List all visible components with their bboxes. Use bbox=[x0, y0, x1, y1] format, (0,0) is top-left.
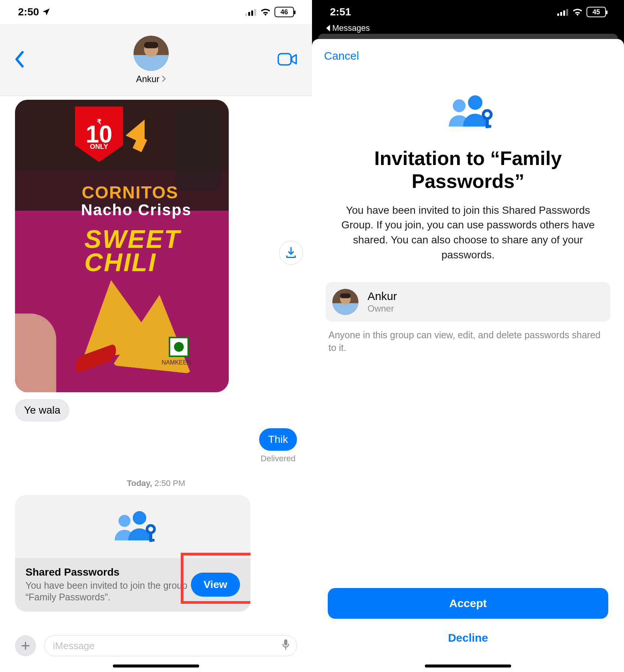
outgoing-message[interactable]: Thik bbox=[259, 428, 297, 451]
svg-point-21 bbox=[453, 99, 465, 112]
svg-point-12 bbox=[147, 525, 154, 533]
invitation-sheet: Cancel Invitation to “Family Passwords” … bbox=[312, 39, 624, 672]
message-placeholder: iMessage bbox=[53, 640, 94, 652]
decline-button[interactable]: Decline bbox=[328, 623, 608, 652]
product-photo: ₹ 10 ONLY CORNITOS Nacho Crisps SWEET CH… bbox=[15, 100, 229, 392]
accept-button[interactable]: Accept bbox=[328, 588, 608, 619]
contact-avatar bbox=[134, 36, 169, 71]
status-time: 2:51 bbox=[330, 6, 351, 18]
messages-screen: 2:50 46 Ankur bbox=[0, 0, 312, 672]
svg-rect-9 bbox=[278, 54, 291, 65]
compose-bar: iMessage bbox=[0, 629, 312, 659]
facetime-button[interactable] bbox=[278, 52, 298, 68]
back-to-app[interactable]: Messages bbox=[312, 22, 624, 34]
wifi-icon bbox=[572, 8, 583, 16]
svg-rect-0 bbox=[245, 14, 247, 16]
owner-card[interactable]: Ankur Owner bbox=[326, 282, 610, 322]
annotation-highlight bbox=[181, 553, 250, 604]
timestamp: Today, 2:50 PM bbox=[127, 478, 185, 488]
messages-list[interactable]: ₹ 10 ONLY CORNITOS Nacho Crisps SWEET CH… bbox=[0, 96, 312, 629]
svg-point-10 bbox=[118, 515, 130, 527]
svg-rect-30 bbox=[340, 293, 351, 298]
cancel-button[interactable]: Cancel bbox=[324, 50, 359, 62]
save-image-button[interactable] bbox=[279, 241, 303, 265]
svg-rect-6 bbox=[134, 55, 169, 70]
message-input[interactable]: iMessage bbox=[44, 635, 297, 656]
attach-button[interactable] bbox=[15, 635, 36, 656]
svg-rect-19 bbox=[563, 10, 565, 16]
invite-description: You have been invited to join the group … bbox=[26, 580, 191, 603]
shared-passwords-card[interactable]: Shared Passwords You have been invited t… bbox=[15, 495, 250, 612]
contact-info[interactable]: Ankur bbox=[134, 36, 169, 84]
svg-rect-28 bbox=[332, 303, 358, 315]
invitation-screen: 2:51 45 Messages Cancel bbox=[312, 0, 624, 672]
home-indicator[interactable] bbox=[425, 664, 511, 668]
invitation-description: You have been invited to join this Share… bbox=[326, 203, 610, 262]
delivered-status: Delivered bbox=[261, 454, 296, 464]
status-bar: 2:51 45 bbox=[312, 0, 624, 24]
home-indicator[interactable] bbox=[113, 664, 199, 668]
invite-title: Shared Passwords bbox=[26, 566, 191, 578]
svg-rect-20 bbox=[566, 9, 568, 16]
group-permissions-note: Anyone in this group can view, edit, and… bbox=[328, 328, 608, 354]
svg-rect-1 bbox=[248, 12, 250, 16]
svg-point-22 bbox=[468, 95, 482, 110]
status-time: 2:50 bbox=[18, 6, 39, 18]
sheet-background-peek bbox=[318, 34, 618, 39]
svg-point-11 bbox=[133, 511, 146, 525]
invitation-title: Invitation to “Family Passwords” bbox=[326, 147, 610, 193]
photo-message[interactable]: ₹ 10 ONLY CORNITOS Nacho Crisps SWEET CH… bbox=[15, 100, 229, 392]
wifi-icon bbox=[260, 8, 271, 16]
owner-role: Owner bbox=[368, 303, 397, 314]
svg-rect-14 bbox=[149, 539, 154, 542]
incoming-message[interactable]: Ye wala bbox=[15, 399, 69, 422]
cellular-signal-icon bbox=[245, 8, 256, 16]
location-icon bbox=[42, 8, 50, 16]
owner-avatar bbox=[332, 289, 358, 315]
status-bar: 2:50 46 bbox=[0, 0, 312, 24]
people-key-icon bbox=[440, 94, 496, 130]
cellular-signal-icon bbox=[557, 8, 568, 16]
battery-indicator: 46 bbox=[274, 7, 294, 17]
svg-rect-17 bbox=[557, 14, 559, 16]
back-button[interactable] bbox=[14, 51, 25, 69]
people-key-icon bbox=[106, 510, 159, 543]
svg-rect-8 bbox=[144, 42, 158, 48]
svg-rect-18 bbox=[560, 12, 562, 16]
svg-rect-3 bbox=[254, 9, 256, 16]
svg-rect-15 bbox=[284, 639, 288, 645]
svg-rect-2 bbox=[251, 10, 253, 16]
contact-name: Ankur bbox=[136, 74, 160, 84]
owner-name: Ankur bbox=[368, 290, 397, 303]
dictate-icon[interactable] bbox=[282, 639, 290, 653]
battery-indicator: 45 bbox=[586, 7, 606, 17]
chevron-right-icon bbox=[162, 74, 166, 84]
svg-point-23 bbox=[483, 111, 491, 118]
svg-rect-25 bbox=[486, 125, 491, 128]
conversation-header: Ankur bbox=[0, 24, 312, 96]
